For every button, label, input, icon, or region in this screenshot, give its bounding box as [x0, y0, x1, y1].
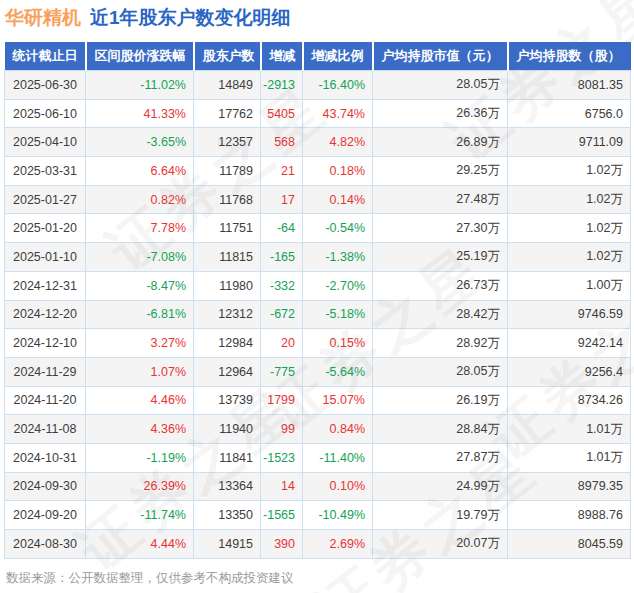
table-cell: 2025-06-30	[5, 71, 86, 100]
table-cell: 9242.14	[508, 329, 631, 358]
table-cell: 28.42万	[373, 300, 508, 329]
table-cell: 2025-06-10	[5, 99, 86, 128]
table-row: 2024-10-31-1.19%11841-1523-11.40%27.87万1…	[5, 443, 631, 472]
table-cell: -0.54%	[303, 214, 373, 243]
table-cell: 9746.59	[508, 300, 631, 329]
table-cell: -64	[261, 214, 303, 243]
table-cell: 4.44%	[86, 530, 194, 559]
table-cell: 1.01万	[508, 443, 631, 472]
table-row: 2024-11-084.36%11940990.84%28.84万1.01万	[5, 415, 631, 444]
table-cell: 12312	[194, 300, 261, 329]
table-row: 2025-01-10-7.08%11815-165-1.38%25.19万1.0…	[5, 243, 631, 272]
table-cell: 9711.09	[508, 128, 631, 157]
table-cell: 1.01万	[508, 415, 631, 444]
table-cell: 43.74%	[303, 99, 373, 128]
table-cell: 2024-11-29	[5, 357, 86, 386]
table-cell: 28.05万	[373, 71, 508, 100]
table-cell: 26.73万	[373, 271, 508, 300]
table-cell: -1.19%	[86, 443, 194, 472]
table-cell: 99	[261, 415, 303, 444]
table-cell: 28.05万	[373, 357, 508, 386]
table-cell: -2.70%	[303, 271, 373, 300]
table-cell: 17762	[194, 99, 261, 128]
table-cell: 0.15%	[303, 329, 373, 358]
table-cell: 26.36万	[373, 99, 508, 128]
table-cell: 6.64%	[86, 157, 194, 186]
table-cell: -5.18%	[303, 300, 373, 329]
table-cell: 2024-09-30	[5, 472, 86, 501]
table-cell: 21	[261, 157, 303, 186]
table-cell: 8734.26	[508, 386, 631, 415]
table-cell: -6.81%	[86, 300, 194, 329]
table-cell: -672	[261, 300, 303, 329]
shareholder-table-page: 华研精机近1年股东户数变化明细 统计截止日区间股价涨跌幅股东户数增减增减比例户均…	[0, 0, 634, 593]
table-cell: 2025-01-27	[5, 185, 86, 214]
table-cell: 8979.35	[508, 472, 631, 501]
table-cell: 1.02万	[508, 214, 631, 243]
table-cell: 2024-11-08	[5, 415, 86, 444]
table-cell: -11.40%	[303, 443, 373, 472]
table-cell: 9256.4	[508, 357, 631, 386]
table-cell: 0.14%	[303, 185, 373, 214]
table-cell: -11.02%	[86, 71, 194, 100]
table-cell: 12964	[194, 357, 261, 386]
table-cell: -10.49%	[303, 501, 373, 530]
table-cell: 6756.0	[508, 99, 631, 128]
table-cell: 0.84%	[303, 415, 373, 444]
table-cell: 11940	[194, 415, 261, 444]
table-cell: 4.36%	[86, 415, 194, 444]
table-cell: 8081.35	[508, 71, 631, 100]
table-row: 2024-09-20-11.74%13350-1565-10.49%19.79万…	[5, 501, 631, 530]
table-cell: 2025-01-20	[5, 214, 86, 243]
table-cell: 12357	[194, 128, 261, 157]
table-cell: 2025-03-31	[5, 157, 86, 186]
title-text: 近1年股东户数变化明细	[90, 7, 291, 28]
table-cell: 11751	[194, 214, 261, 243]
table-cell: 2025-04-10	[5, 128, 86, 157]
table-body: 2025-06-30-11.02%14849-2913-16.40%28.05万…	[5, 71, 631, 559]
table-cell: -3.65%	[86, 128, 194, 157]
table-cell: 1.02万	[508, 157, 631, 186]
table-row: 2025-01-270.82%11768170.14%27.48万1.02万	[5, 185, 631, 214]
table-cell: 2025-01-10	[5, 243, 86, 272]
table-row: 2024-11-291.07%12964-775-5.64%28.05万9256…	[5, 357, 631, 386]
table-cell: -16.40%	[303, 71, 373, 100]
table-row: 2025-06-30-11.02%14849-2913-16.40%28.05万…	[5, 71, 631, 100]
table-row: 2024-09-3026.39%13364140.10%24.99万8979.3…	[5, 472, 631, 501]
table-cell: 2024-12-20	[5, 300, 86, 329]
column-header: 增减比例	[303, 42, 373, 71]
table-cell: 13739	[194, 386, 261, 415]
table-cell: 26.89万	[373, 128, 508, 157]
table-row: 2024-12-103.27%12984200.15%28.92万9242.14	[5, 329, 631, 358]
table-cell: 25.19万	[373, 243, 508, 272]
table-cell: 4.46%	[86, 386, 194, 415]
table-cell: 19.79万	[373, 501, 508, 530]
page-title: 华研精机近1年股东户数变化明细	[5, 5, 291, 31]
table-cell: -775	[261, 357, 303, 386]
table-cell: 2.69%	[303, 530, 373, 559]
table-cell: -1565	[261, 501, 303, 530]
table-cell: 0.82%	[86, 185, 194, 214]
table-header-row: 统计截止日区间股价涨跌幅股东户数增减增减比例户均持股市值（元）户均持股数（股）	[5, 42, 631, 71]
table-cell: -5.64%	[303, 357, 373, 386]
table-cell: 28.92万	[373, 329, 508, 358]
table-cell: 4.82%	[303, 128, 373, 157]
table-cell: 0.18%	[303, 157, 373, 186]
table-cell: 14915	[194, 530, 261, 559]
column-header: 户均持股数（股）	[508, 42, 631, 71]
data-source-note: 数据来源：公开数据整理，仅供参考不构成投资建议	[6, 570, 294, 587]
table-cell: 11815	[194, 243, 261, 272]
table-cell: 2024-12-10	[5, 329, 86, 358]
table-cell: -8.47%	[86, 271, 194, 300]
table-cell: 14	[261, 472, 303, 501]
table-cell: 13350	[194, 501, 261, 530]
column-header: 股东户数	[194, 42, 261, 71]
shareholder-table: 统计截止日区间股价涨跌幅股东户数增减增减比例户均持股市值（元）户均持股数（股） …	[4, 42, 631, 559]
table-cell: 7.78%	[86, 214, 194, 243]
table-cell: 27.30万	[373, 214, 508, 243]
table-row: 2024-12-20-6.81%12312-672-5.18%28.42万974…	[5, 300, 631, 329]
table-cell: 3.27%	[86, 329, 194, 358]
table-row: 2025-04-10-3.65%123575684.82%26.89万9711.…	[5, 128, 631, 157]
table-cell: 2024-09-20	[5, 501, 86, 530]
table-cell: 8988.76	[508, 501, 631, 530]
